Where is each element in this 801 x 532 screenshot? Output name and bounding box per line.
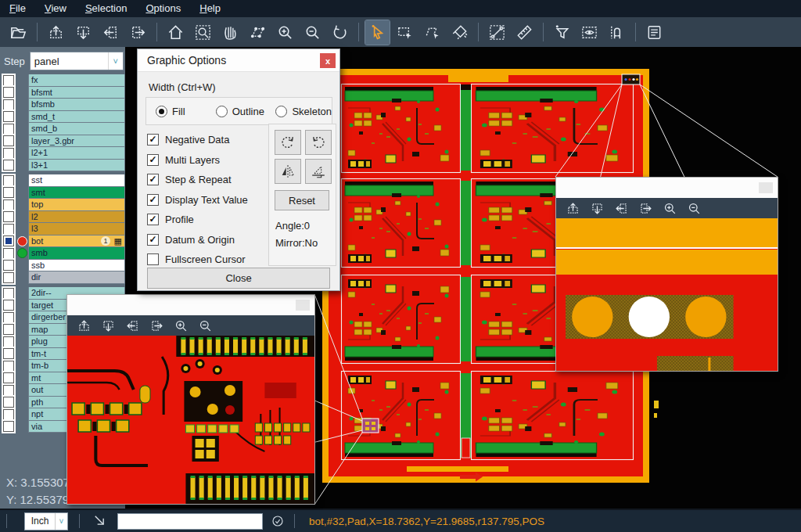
layer-checkbox[interactable] [3, 372, 14, 383]
layer-name[interactable]: sst [28, 174, 125, 187]
layer-checkbox[interactable] [3, 409, 14, 420]
open-tool-button[interactable] [6, 20, 31, 45]
layer-row-dir[interactable]: dir [0, 271, 125, 284]
pan-tool-button[interactable] [218, 20, 242, 45]
view-tool-button[interactable] [577, 20, 602, 45]
close-icon[interactable]: x [320, 53, 336, 68]
layer-checkbox[interactable] [3, 160, 14, 171]
home-tool-button[interactable] [163, 20, 188, 45]
layer-checkbox[interactable] [3, 224, 14, 235]
layer-row-bot[interactable]: bot1▦ [0, 235, 125, 248]
menu-selection[interactable]: Selection [76, 0, 136, 17]
layer-name[interactable]: dir [28, 271, 125, 284]
layer-name[interactable]: smb [28, 247, 125, 260]
layer-row-bfsmb[interactable]: bfsmb [0, 99, 125, 111]
checkbox-multi-layers[interactable]: ✓Multi Layers [147, 150, 248, 171]
layer-name[interactable]: bfsmt [28, 87, 125, 99]
layer-row-sst[interactable]: sst [0, 174, 125, 187]
layer-name[interactable]: l3 [28, 223, 125, 235]
zoom-window-title-bar[interactable] [556, 178, 778, 198]
rot-ccw-button[interactable] [305, 130, 332, 155]
layer-name[interactable]: l3+1 [28, 160, 125, 172]
layer-name[interactable]: l2 [28, 211, 125, 224]
sync-icon[interactable] [271, 514, 285, 528]
layer-checkbox[interactable] [3, 235, 14, 246]
layer-name[interactable]: smd_t [28, 111, 125, 124]
layer-checkbox[interactable] [3, 75, 14, 86]
layer-checkbox[interactable] [3, 187, 14, 198]
layer-checkbox[interactable] [3, 87, 14, 98]
layer-checkbox[interactable] [3, 124, 14, 135]
layer-row-smt[interactable]: smt [0, 187, 125, 200]
layer-name[interactable]: bot1▦ [28, 235, 125, 248]
layer-checkbox[interactable] [3, 312, 14, 323]
layer-checkbox[interactable] [3, 300, 14, 311]
unit-dropdown[interactable]: Inch ˅ [24, 512, 68, 530]
close-button[interactable]: Close [147, 268, 330, 289]
nav-down-tool-button[interactable] [71, 20, 95, 45]
layer-row-smd_b[interactable]: smd_b [0, 123, 125, 135]
layer-row-fx[interactable]: fx [0, 74, 125, 87]
layer-row-layer_3.gbr[interactable]: layer_3.gbr [0, 135, 125, 148]
menu-view[interactable]: View [35, 0, 76, 17]
nav-left-tool-button[interactable] [611, 199, 631, 217]
dialog-title-bar[interactable]: Graphic Options x [138, 49, 339, 72]
layer-checkbox[interactable] [3, 260, 14, 271]
filter-tool-button[interactable] [550, 20, 574, 45]
grid-icon[interactable]: ▦ [114, 235, 122, 247]
radio-fill[interactable]: Fill [156, 106, 207, 117]
layer-checkbox[interactable] [3, 336, 14, 347]
zoom-out-tool-button[interactable] [195, 316, 215, 335]
radio-skeleton[interactable]: Skeleton [275, 106, 332, 117]
layer-name[interactable]: fx [28, 74, 125, 87]
layer-checkbox[interactable] [3, 135, 14, 146]
nav-up-tool-button[interactable] [44, 20, 68, 45]
layer-checkbox[interactable] [3, 111, 14, 122]
layer-checkbox[interactable] [3, 272, 14, 283]
measure-tool-button[interactable] [485, 20, 509, 45]
layer-row-l2+1[interactable]: l2+1 [0, 147, 125, 160]
window-button[interactable] [759, 182, 773, 193]
layer-checkbox[interactable] [3, 288, 14, 299]
nav-right-tool-button[interactable] [635, 199, 656, 217]
layer-checkbox[interactable] [3, 148, 14, 159]
layer-row-smb[interactable]: smb [0, 247, 125, 260]
mirror-h-button[interactable] [275, 159, 301, 184]
corner-snap-icon[interactable] [92, 513, 108, 529]
layer-row-smd_t[interactable]: smd_t [0, 111, 125, 124]
layer-checkbox[interactable] [3, 348, 14, 359]
layer-row-top[interactable]: top [0, 199, 125, 211]
layer-checkbox[interactable] [3, 248, 14, 259]
zoom-out-tool-button[interactable] [684, 199, 704, 217]
cursor-tool-button[interactable] [365, 20, 390, 45]
layer-checkbox[interactable] [3, 385, 14, 396]
layer-row-l3[interactable]: l3 [0, 223, 125, 235]
command-input[interactable] [117, 513, 263, 530]
layer-name[interactable]: ssb [28, 260, 125, 272]
checkbox-fullscreen-cursor[interactable]: Fullscreen Cursor [147, 250, 248, 270]
layer-checkbox[interactable] [3, 99, 14, 110]
layer-checkbox[interactable] [3, 175, 14, 186]
layer-checkbox[interactable] [3, 421, 14, 432]
radio-outline[interactable]: Outline [216, 106, 267, 117]
layer-checkbox[interactable] [3, 200, 14, 210]
nav-down-tool-button[interactable] [587, 199, 607, 217]
layer-row-bfsmt[interactable]: bfsmt [0, 87, 125, 99]
checkbox-profile[interactable]: ✓Profile [147, 210, 248, 230]
nav-up-tool-button[interactable] [562, 199, 583, 217]
reset-button[interactable]: Reset [275, 190, 329, 210]
zoom-out-tool-button[interactable] [300, 20, 325, 45]
checkbox-datum-origin[interactable]: ✓Datum & Origin [147, 230, 248, 250]
nav-right-tool-button[interactable] [126, 20, 150, 45]
zoom-window-pads[interactable] [555, 177, 778, 372]
layer-checkbox[interactable] [3, 361, 14, 372]
menu-file[interactable]: File [0, 0, 35, 17]
layer-row-l2[interactable]: l2 [0, 211, 125, 224]
zoom-window-detail[interactable] [66, 294, 315, 505]
poly-select-tool-button[interactable] [420, 20, 444, 45]
nav-down-tool-button[interactable] [98, 316, 118, 335]
zoom-area-tool-button[interactable] [191, 20, 215, 45]
step-dropdown[interactable]: panel ˅ [30, 52, 124, 70]
menu-help[interactable]: Help [190, 0, 230, 17]
zoom-in-tool-button[interactable] [659, 199, 680, 217]
